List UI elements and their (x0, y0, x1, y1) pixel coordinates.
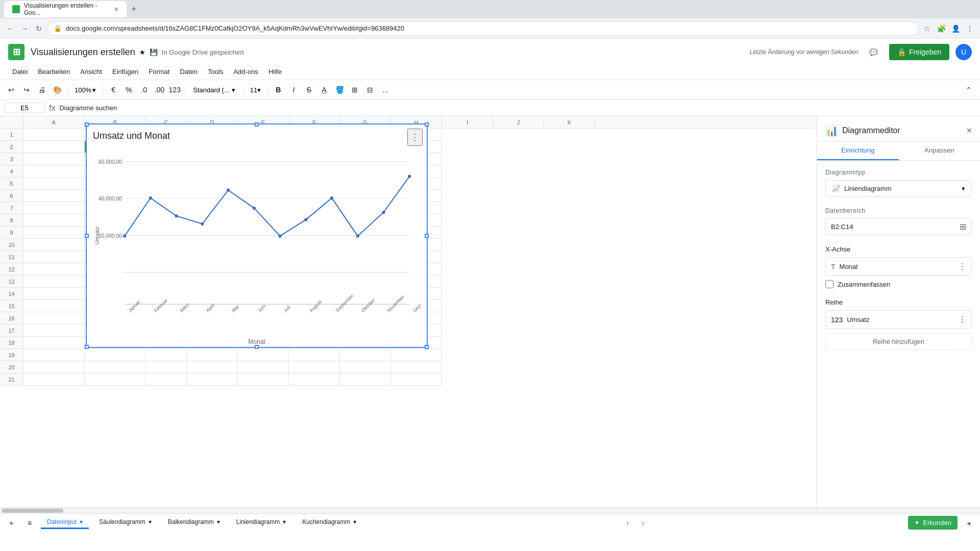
zusammenfassen-checkbox[interactable] (825, 280, 834, 288)
undo-button[interactable]: ↩ (4, 83, 18, 97)
decimal-dec-button[interactable]: .00 (152, 83, 166, 97)
number-format-button[interactable]: 123 (167, 83, 182, 97)
cell-b19[interactable] (85, 349, 146, 361)
sheet-tab-saeulendiagramm[interactable]: Säulendiagramm ▾ (93, 516, 158, 529)
bookmark-button[interactable]: ☆ (921, 22, 933, 35)
row-16[interactable]: 16 (0, 312, 23, 324)
sheet-list-button[interactable]: ≡ (22, 516, 37, 530)
cell-reference-input[interactable]: E5 (4, 103, 45, 113)
cell-a18[interactable] (23, 337, 85, 349)
cell-a1[interactable] (23, 129, 85, 141)
cell-h20[interactable] (391, 361, 442, 373)
cell-a5[interactable] (23, 178, 85, 190)
comment-button[interactable]: 💬 (865, 43, 883, 61)
sheet-dropdown-arrow[interactable]: ▾ (149, 518, 152, 525)
row-19[interactable]: 19 (0, 349, 23, 361)
menu-button[interactable]: ⋮ (964, 22, 976, 35)
col-header-i[interactable]: I (442, 116, 493, 128)
cell-b20[interactable] (85, 361, 146, 373)
cell-a10[interactable] (23, 239, 85, 251)
decimal-inc-button[interactable]: .0 (137, 83, 151, 97)
menu-addons[interactable]: Add-ons (229, 66, 262, 78)
menu-bearbeiten[interactable]: Bearbeiten (34, 66, 74, 78)
cell-e21[interactable] (238, 373, 289, 386)
x-achse-menu-icon[interactable]: ⋮ (958, 262, 966, 271)
cell-b21[interactable] (85, 373, 146, 386)
cell-a14[interactable] (23, 288, 85, 300)
format-style-selector[interactable]: Standard (... ▾ (188, 85, 240, 95)
sheet-dropdown-arrow[interactable]: ▾ (353, 518, 356, 525)
panel-close-button[interactable]: × (966, 126, 972, 136)
row-8[interactable]: 8 (0, 214, 23, 227)
row-20[interactable]: 20 (0, 361, 23, 373)
print-button[interactable]: 🖨 (35, 83, 49, 97)
sheet-tab-kuchendiagramm[interactable]: Kuchendiagramm ▾ (296, 516, 362, 529)
cell-a8[interactable] (23, 214, 85, 227)
more-formats-button[interactable]: ... (378, 83, 393, 97)
chart-menu-button[interactable]: ⋮ (407, 129, 423, 146)
col-header-j[interactable]: J (493, 116, 544, 128)
row-21[interactable]: 21 (0, 373, 23, 386)
menu-daten[interactable]: Daten (176, 66, 202, 78)
row-11[interactable]: 11 (0, 251, 23, 263)
row-3[interactable]: 3 (0, 153, 23, 165)
menu-format[interactable]: Format (144, 66, 174, 78)
erkunden-button[interactable]: ✦ Erkunden (908, 516, 958, 530)
forward-button[interactable]: → (18, 22, 31, 35)
cell-a7[interactable] (23, 202, 85, 214)
menu-einfuegen[interactable]: Einfügen (108, 66, 142, 78)
tab-anpassen[interactable]: Anpassen (899, 141, 981, 160)
paint-format-button[interactable]: 🎨 (50, 83, 64, 97)
share-button[interactable]: 🔒 Freigeben (889, 44, 949, 60)
tab-einrichtung[interactable]: Einrichtung (817, 141, 899, 160)
cell-d19[interactable] (187, 349, 238, 361)
formula-input[interactable]: Diagramme suchen (59, 104, 976, 112)
cell-h19[interactable] (391, 349, 442, 361)
add-reihe-button[interactable]: Reihe hinzufügen (825, 333, 972, 350)
row-4[interactable]: 4 (0, 165, 23, 178)
redo-button[interactable]: ↪ (19, 83, 34, 97)
cell-a9[interactable] (23, 227, 85, 239)
row-18[interactable]: 18 (0, 337, 23, 349)
row-5[interactable]: 5 (0, 178, 23, 190)
text-color-button[interactable]: A (317, 83, 331, 97)
chart-container[interactable]: Umsatz und Monat ⋮ 60.000,00 40. (86, 123, 428, 348)
sheet-dropdown-arrow[interactable]: ▾ (80, 518, 83, 525)
sheet-dropdown-arrow[interactable]: ▾ (283, 518, 286, 525)
cell-a13[interactable] (23, 276, 85, 288)
row-9[interactable]: 9 (0, 227, 23, 239)
scroll-thumb[interactable] (2, 509, 63, 513)
cell-g19[interactable] (340, 349, 391, 361)
font-size-selector[interactable]: 11 ▾ (247, 85, 264, 95)
cell-a2[interactable] (23, 141, 85, 153)
sheet-prev-button[interactable]: ‹ (621, 516, 635, 530)
fill-color-button[interactable]: 🪣 (332, 83, 347, 97)
col-header-a[interactable]: A (23, 116, 85, 128)
menu-hilfe[interactable]: Hilfe (264, 66, 286, 78)
cell-g20[interactable] (340, 361, 391, 373)
cell-a17[interactable] (23, 324, 85, 337)
currency-button[interactable]: € (106, 83, 120, 97)
tab-close-icon[interactable]: × (114, 5, 118, 13)
row-12[interactable]: 12 (0, 263, 23, 276)
back-button[interactable]: ← (4, 22, 16, 35)
cell-f19[interactable] (289, 349, 340, 361)
collapse-panel-button[interactable]: ◂ (962, 516, 976, 530)
menu-tools[interactable]: Tools (204, 66, 227, 78)
cell-f20[interactable] (289, 361, 340, 373)
sheet-tab-dateninput[interactable]: Dateninput ▾ (41, 516, 89, 529)
bold-button[interactable]: B (271, 83, 285, 97)
horizontal-scrollbar[interactable] (0, 507, 980, 513)
cell-a12[interactable] (23, 263, 85, 276)
sheet-tab-balkendiagramm[interactable]: Balkendiagramm ▾ (162, 516, 226, 529)
col-header-k[interactable]: K (544, 116, 595, 128)
sheet-next-button[interactable]: › (636, 516, 650, 530)
cell-a3[interactable] (23, 153, 85, 165)
cell-a16[interactable] (23, 312, 85, 324)
cell-g21[interactable] (340, 373, 391, 386)
cell-e19[interactable] (238, 349, 289, 361)
browser-tab[interactable]: Visualisierungen erstellen - Goo... × (4, 1, 127, 17)
row-14[interactable]: 14 (0, 288, 23, 300)
url-input[interactable]: docs.google.com/spreadsheets/d/16sZAG8C1… (66, 24, 912, 32)
user-avatar[interactable]: U (955, 44, 972, 60)
